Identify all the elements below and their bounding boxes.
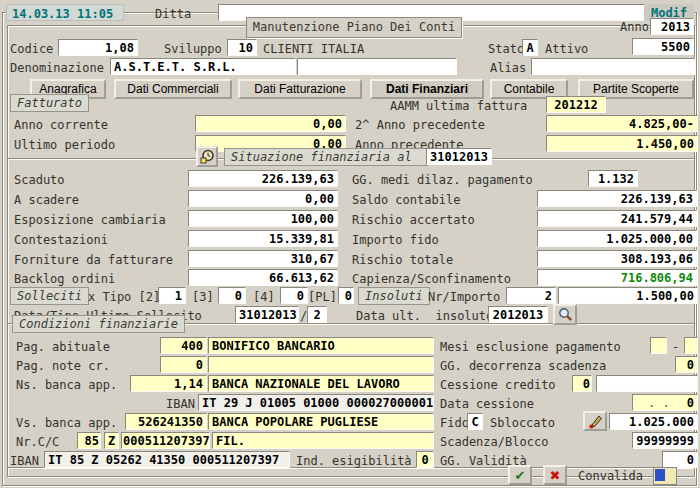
codice-field[interactable]: 1,08 [58,39,138,56]
data-cessione-label: Data cessione [440,397,534,411]
fido-code-field[interactable]: C [467,413,483,430]
pag-abituale-desc-field[interactable]: BONIFICO BANCARIO [208,337,434,354]
saldo-contabile-field[interactable]: 226.139,63 [537,190,697,207]
pag-note-code-field[interactable]: 0 [160,356,207,373]
capienza-sconfinamento-field[interactable]: 716.806,94 [537,269,697,286]
gg-medi-dilaz-field[interactable]: 1.132 [588,170,638,187]
fido-stato-label: Sbloccato [490,416,555,430]
fido-label: Fido [440,416,469,430]
pag-note-label: Pag. note cr. [16,359,110,373]
gg-decorrenza-field[interactable]: 0 [675,356,698,373]
condizioni-section-label: Condizioni finanziarie [12,315,185,333]
confirm-button[interactable]: ✔ [508,465,532,485]
data-cessione-value: 0 [687,396,694,410]
pag-abituale-code-field[interactable]: 400 [160,337,207,354]
contestazioni-field[interactable]: 15.339,81 [188,230,338,247]
gg-decorrenza-label: GG. decorrenza scadenza [440,359,606,373]
denominazione-field[interactable]: A.S.T.E.T. S.R.L. [110,58,296,75]
conto-field[interactable]: 5500 [632,38,694,55]
gg-validita-field[interactable]: 0 [662,451,698,468]
scadenza-blocco-label: Scadenza/Blocco [440,435,548,449]
rischio-totale-field[interactable]: 308.193,06 [537,250,697,267]
importo-fido-field[interactable]: 1.025.000,00 [537,230,697,247]
fido-edit-button[interactable] [583,411,607,431]
cessione-credito-desc-field[interactable] [596,375,698,392]
situazione-data-field[interactable]: 31012013 [426,148,492,165]
red-x-icon: ✖ [550,468,561,483]
esposizione-cambiaria-field[interactable]: 100,00 [188,210,338,227]
app-window: 14.03.13 11:05 Ditta 1,00GENESYS SOFTWAR… [0,0,700,488]
scaduto-label: Scaduto [14,173,65,187]
ultimo-sollecito-data-field[interactable]: 31012013 [235,306,299,323]
insoluto-lookup-button[interactable] [553,304,577,325]
aamm-ultima-fattura-field[interactable]: 201212 [546,96,606,113]
ultimo-sollecito-tipo-field[interactable]: 2 [307,306,327,323]
cc-cin2-field[interactable]: Z [104,432,119,449]
a-scadere-field[interactable]: 0,00 [188,190,338,207]
insoluti-importo-field[interactable]: 1.500,00 [558,287,698,304]
tab-dati-commerciali[interactable]: Dati Commerciali [114,79,232,99]
sviluppo-field[interactable]: 10 [227,39,257,56]
situazione-refresh-button[interactable] [196,146,218,167]
mesi-esclusione-sep: - [672,340,679,354]
convalida-field[interactable] [653,467,677,485]
data-ult-insoluto-field[interactable]: 2012013 [488,306,548,323]
forniture-da-fatturare-field[interactable]: 310,67 [188,250,338,267]
ns-banca-code-field[interactable]: 1,14 [130,375,207,392]
solleciti-tipo2-field[interactable]: 1 [158,287,186,304]
stato-field[interactable]: A [522,39,538,56]
tab-dati-finanziari[interactable]: Dati Finanziari [370,79,484,99]
insoluti-nr-field[interactable]: 2 [506,287,556,304]
anno-field[interactable]: 2013 [650,18,694,35]
cancel-button[interactable]: ✖ [543,465,567,485]
backlog-ordini-field[interactable]: 66.613,62 [188,269,338,286]
gg-medi-dilaz-label: GG. medi dilaz. pagamento [352,173,533,187]
cc-num-field[interactable]: 000511207397 [121,432,210,449]
data-cessione-field[interactable]: . . 0 [632,394,698,411]
anno-precedente2-label: 2^ Anno precedente [355,118,485,132]
iban2-field[interactable]: IT 85 Z 05262 41350 000511207397 [44,451,290,468]
anno-corrente-label: Anno corrente [14,118,108,132]
stato-label: Stato [488,42,524,56]
denominazione-extra-field[interactable] [297,58,457,75]
magnifier-icon [558,307,573,322]
esigibilita-label: Ind. esigibilità [296,454,412,468]
mesi-esclusione-da-field[interactable] [650,337,667,354]
vs-banca-desc-field[interactable]: BANCA POPOLARE PUGLIESE [208,413,434,430]
tab-dati-fatturazione[interactable]: Dati Fatturazione [238,79,362,99]
cessione-credito-label: Cessione credito [440,378,556,392]
cc-cin1-field[interactable]: 85 [77,432,101,449]
green-check-icon: ✔ [515,468,526,483]
a-scadere-label: A scadere [14,193,79,207]
cc-fil-field[interactable]: FIL. [212,432,434,449]
anno-precedente2-field[interactable]: 4.825,00- [546,115,698,132]
scadenza-blocco-field[interactable]: 99999999 [632,432,698,449]
solleciti-tipopl-field[interactable]: 0 [338,287,354,304]
fatturato-section-label: Fatturato [10,94,89,112]
alias-field[interactable] [531,58,695,75]
backlog-ordini-label: Backlog ordini [14,272,115,286]
esigibilita-field[interactable]: 0 [416,451,434,468]
solleciti-bpl-label: [PL] [308,290,337,304]
denominazione-label: Denominazione [10,61,104,75]
ns-banca-desc-field[interactable]: BANCA NAZIONALE DEL LAVORO [208,375,434,392]
solleciti-b4-label: [4] [253,290,275,304]
vs-banca-code-field[interactable]: 526241350 [125,413,207,430]
cc-label: Nr.C/C [16,435,59,449]
fido-importo-field[interactable]: 1.025.000 [609,413,698,430]
clock-refresh-icon [200,149,215,164]
cessione-credito-code-field[interactable]: 0 [572,375,592,392]
mesi-esclusione-a-field[interactable] [684,337,698,354]
insoluti-section-label: Insoluti [358,287,430,305]
codice-label: Codice [10,42,53,56]
anno-precedente-field[interactable]: 1.450,00 [546,135,698,152]
ultimo-periodo-label: Ultimo periodo [14,138,115,152]
solleciti-tipo4-field[interactable]: 0 [280,287,308,304]
scaduto-field[interactable]: 226.139,63 [188,170,338,187]
anno-corrente-field[interactable]: 0,00 [195,115,346,132]
solleciti-tipo3-field[interactable]: 0 [218,287,246,304]
rischio-accertato-field[interactable]: 241.579,44 [537,210,697,227]
pag-note-desc-field[interactable] [208,356,434,373]
iban1-field[interactable]: IT 29 J 01005 01000 000027000001 [198,394,434,411]
situazione-section-label: Situazione finanziaria al [224,148,428,166]
